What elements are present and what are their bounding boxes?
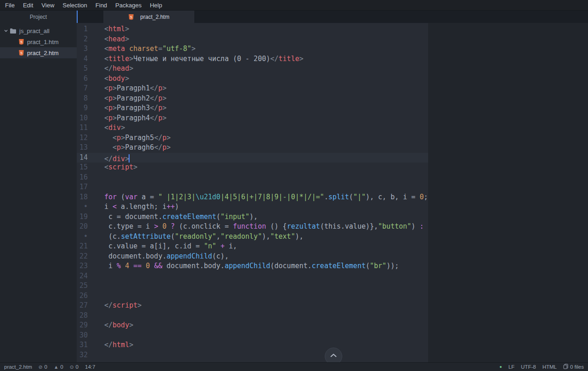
code-row[interactable]: 4<title>Четные и нечетные числа (0 - 200…: [77, 54, 588, 64]
status-files[interactable]: 0 files: [563, 364, 584, 370]
code-row[interactable]: 16: [77, 173, 588, 183]
code-line: <title>Четные и нечетные числа (0 - 200)…: [104, 54, 303, 64]
status-encoding[interactable]: UTF-8: [521, 364, 536, 370]
code-line: c.value = a[i], c.id = "n" + i,: [104, 242, 237, 252]
line-number: 7: [77, 84, 104, 94]
line-number: 21: [77, 242, 104, 252]
status-grammar[interactable]: HTML: [543, 364, 557, 370]
line-number: 31: [77, 340, 104, 350]
line-number: 17: [77, 182, 104, 192]
scroll-indicator-button[interactable]: [325, 348, 342, 362]
code-line: <meta charset="utf-8">: [104, 44, 196, 54]
code-row[interactable]: 23 i % 4 == 0 && document.body.appendChi…: [77, 261, 588, 271]
menu-view[interactable]: View: [37, 1, 58, 10]
code-row[interactable]: 25: [77, 281, 588, 291]
code-row[interactable]: 30: [77, 331, 588, 341]
code-row[interactable]: 7<p>Paragph1</p>: [77, 84, 588, 94]
text-cursor: [129, 154, 130, 163]
code-row[interactable]: 10<p>Paragph4</p>: [77, 113, 588, 124]
code-line: </head>: [104, 64, 133, 74]
menu-file[interactable]: File: [1, 1, 19, 10]
code-line: </html>: [104, 340, 133, 350]
error-icon: ⊘: [39, 364, 43, 370]
status-right: ● LF UTF-8 HTML 0 files: [499, 364, 584, 370]
code-row[interactable]: 6<body>: [77, 74, 588, 84]
code-line: document.body.appendChild(c),: [104, 252, 229, 262]
code-row[interactable]: 19 c = document.createElement("input"),: [77, 212, 588, 222]
menu-find[interactable]: Find: [91, 1, 111, 10]
menu-selection[interactable]: Selection: [58, 1, 91, 10]
line-number: 2: [77, 34, 104, 45]
tree-item-js_pract_all[interactable]: js_pract_all: [0, 25, 77, 36]
tree-item-label: pract_2.htm: [27, 50, 59, 56]
menu-help[interactable]: Help: [146, 1, 166, 10]
code-row[interactable]: 22 document.body.appendChild(c),: [77, 252, 588, 262]
files-icon: [563, 364, 568, 370]
code-line: i < a.length; i++): [104, 202, 179, 212]
code-line: <div>: [104, 123, 125, 133]
code-row[interactable]: 26: [77, 291, 588, 301]
code-row[interactable]: 18for (var a = " |1|2|3|\u21d0|4|5|6|+|7…: [77, 192, 588, 202]
line-number: 12: [77, 133, 104, 143]
code-line: <p>Paragph4</p>: [104, 113, 166, 124]
code-row[interactable]: 8<p>Paragph2</p>: [77, 94, 588, 104]
tree-item-pract_1.htm[interactable]: 5pract_1.htm: [0, 36, 77, 47]
menu-packages[interactable]: Packages: [111, 1, 146, 10]
code-row[interactable]: 5</head>: [77, 64, 588, 74]
code-row[interactable]: 20 c.type = i > 0 ? (c.onclick = functio…: [77, 222, 588, 232]
code-row[interactable]: 27</script>: [77, 301, 588, 311]
status-info[interactable]: ⊙0: [70, 364, 79, 370]
line-number: 5: [77, 64, 104, 74]
code-line: <script>: [104, 163, 137, 173]
code-row[interactable]: 21 c.value = a[i], c.id = "n" + i,: [77, 242, 588, 252]
line-number: 15: [77, 163, 104, 173]
package-status-icon[interactable]: ●: [499, 365, 502, 369]
code-row[interactable]: 3<meta charset="utf-8">: [77, 44, 588, 54]
code-row[interactable]: 13 <p>Paragh6</p>: [77, 143, 588, 153]
code-row[interactable]: 24: [77, 271, 588, 281]
status-warnings[interactable]: ▲0: [54, 364, 63, 370]
workspace: Project js_pract_all5pract_1.htm5pract_2…: [0, 11, 588, 362]
line-number: 28: [77, 311, 104, 321]
info-icon: ⊙: [70, 364, 74, 370]
line-number: •: [77, 232, 104, 242]
code-line: </script>: [104, 301, 141, 311]
code-row[interactable]: 2<head>: [77, 34, 588, 45]
status-filename[interactable]: pract_2.htm: [4, 364, 32, 370]
code-row[interactable]: 28: [77, 311, 588, 321]
status-cursor-position[interactable]: 14:7: [85, 364, 95, 370]
code-row[interactable]: 29</body>: [77, 320, 588, 331]
code-row[interactable]: 15<script>: [77, 163, 588, 173]
code-row[interactable]: 17: [77, 182, 588, 192]
line-number: 11: [77, 123, 104, 133]
chevron-down-icon: [4, 28, 8, 33]
code-row[interactable]: • (c.setAttribute("readonly","readonly")…: [77, 232, 588, 242]
code-row[interactable]: 14</div>: [77, 153, 588, 163]
line-number: •: [77, 202, 104, 212]
code-row[interactable]: 1<html>: [77, 24, 588, 34]
line-number: 26: [77, 291, 104, 301]
status-line-ending[interactable]: LF: [509, 364, 514, 370]
code-row[interactable]: 9<p>Paragph3</p>: [77, 103, 588, 113]
svg-text:5: 5: [130, 15, 133, 19]
line-number: 9: [77, 103, 104, 113]
line-number: 32: [77, 350, 104, 360]
editor-pane: 5pract_2.htm 1<html>2<head>3<meta charse…: [77, 11, 588, 362]
code-line: </div>: [104, 153, 130, 163]
status-left: pract_2.htm ⊘0 ▲0 ⊙0 14:7: [4, 364, 95, 370]
line-number: 16: [77, 173, 104, 183]
code-line: <head>: [104, 34, 129, 45]
project-tree: js_pract_all5pract_1.htm5pract_2.htm: [0, 23, 77, 58]
text-editor[interactable]: 1<html>2<head>3<meta charset="utf-8">4<t…: [77, 23, 588, 362]
line-number: 25: [77, 281, 104, 291]
code-row[interactable]: 11<div>: [77, 123, 588, 133]
tree-item-pract_2.htm[interactable]: 5pract_2.htm: [0, 47, 77, 58]
line-number: 6: [77, 74, 104, 84]
code-row[interactable]: •i < a.length; i++): [77, 202, 588, 212]
code-line: for (var a = " |1|2|3|\u21d0|4|5|6|+|7|8…: [104, 192, 428, 202]
code-row[interactable]: 12 <p>Paragh5</p>: [77, 133, 588, 143]
tab-pract_2.htm[interactable]: 5pract_2.htm: [103, 11, 194, 23]
menu-edit[interactable]: Edit: [19, 1, 37, 10]
chevron-up-icon: [330, 351, 337, 362]
status-errors[interactable]: ⊘0: [39, 364, 47, 370]
